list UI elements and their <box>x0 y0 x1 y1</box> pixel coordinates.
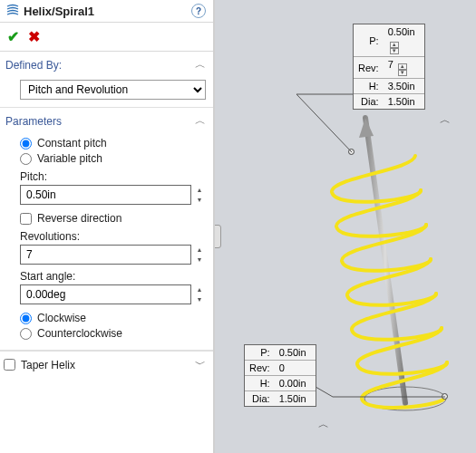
variable-pitch-radio[interactable] <box>20 153 32 165</box>
panel-header: Helix/Spiral1 ? <box>0 0 213 23</box>
counterclockwise-label: Counterclockwise <box>37 327 122 340</box>
revolutions-spinner[interactable]: ▲▼ <box>193 245 206 265</box>
dim-spinner[interactable]: ▲▼ <box>390 42 399 54</box>
action-row: ✔ ✖ <box>0 23 213 52</box>
defined-by-select[interactable]: Pitch and Revolution <box>20 80 206 100</box>
dim-value[interactable]: 0.50in <box>388 26 415 37</box>
parameters-body: Constant pitch Variable pitch Pitch: ▲▼ … <box>0 132 213 351</box>
taper-helix-checkbox[interactable] <box>4 359 15 371</box>
defined-by-header[interactable]: Defined By: ︿ <box>0 52 213 76</box>
callout-collapse-icon[interactable]: ︿ <box>440 112 451 128</box>
constant-pitch-label: Constant pitch <box>37 137 107 149</box>
dim-spinner[interactable]: ▲▼ <box>398 63 407 76</box>
dim-value: 0 <box>275 361 316 376</box>
dim-value: 3.50in <box>384 79 424 94</box>
dimension-callout-top[interactable]: P: 0.50in ▲▼ Rev: 7 ▲▼ H: 3.50in Dia: 1.… <box>353 24 425 110</box>
clockwise-label: Clockwise <box>37 312 86 324</box>
pitch-input[interactable] <box>20 185 191 205</box>
expand-icon[interactable]: ﹀ <box>195 357 206 372</box>
ok-button[interactable]: ✔ <box>7 28 19 45</box>
constant-pitch-radio[interactable] <box>20 138 32 149</box>
viewport-3d[interactable]: P: 0.50in ▲▼ Rev: 7 ▲▼ H: 3.50in Dia: 1.… <box>215 0 476 453</box>
dim-value: 1.50in <box>384 94 424 110</box>
start-angle-label: Start angle: <box>20 270 206 283</box>
dim-value: 1.50in <box>275 391 316 407</box>
defined-by-label: Defined By: <box>5 59 62 72</box>
pitch-label: Pitch: <box>20 170 206 183</box>
dim-value: 0.50in <box>275 345 316 361</box>
help-icon[interactable]: ? <box>191 4 206 18</box>
revolutions-label: Revolutions: <box>20 230 206 243</box>
pitch-spinner[interactable]: ▲▼ <box>193 185 206 205</box>
defined-by-body: Pitch and Revolution <box>0 76 213 108</box>
callout-collapse-icon[interactable]: ︿ <box>318 417 329 432</box>
start-angle-input[interactable] <box>20 284 191 304</box>
dimension-callout-bottom[interactable]: P:0.50in Rev:0 H:0.00in Dia:1.50in <box>244 344 316 407</box>
panel-title: Helix/Spiral1 <box>24 5 191 18</box>
revolutions-input[interactable] <box>20 245 191 265</box>
reverse-direction-label: Reverse direction <box>37 212 121 225</box>
property-panel: Helix/Spiral1 ? ✔ ✖ Defined By: ︿ Pitch … <box>0 0 215 453</box>
reverse-direction-checkbox[interactable] <box>20 213 32 225</box>
dim-key: P: <box>354 24 384 57</box>
dim-value[interactable]: 7 <box>388 59 393 70</box>
collapse-icon[interactable]: ︿ <box>195 57 206 72</box>
collapse-icon[interactable]: ︿ <box>195 113 206 129</box>
parameters-label: Parameters <box>5 115 62 128</box>
clockwise-radio[interactable] <box>20 313 32 324</box>
helix-icon <box>5 4 20 18</box>
taper-helix-row: Taper Helix ﹀ <box>0 351 213 378</box>
taper-helix-label: Taper Helix <box>21 359 75 371</box>
parameters-header[interactable]: Parameters ︿ <box>0 108 213 132</box>
dim-value: 0.00in <box>275 376 316 391</box>
cancel-button[interactable]: ✖ <box>28 28 40 45</box>
start-angle-spinner[interactable]: ▲▼ <box>193 284 206 304</box>
counterclockwise-radio[interactable] <box>20 328 32 340</box>
variable-pitch-label: Variable pitch <box>37 152 102 165</box>
